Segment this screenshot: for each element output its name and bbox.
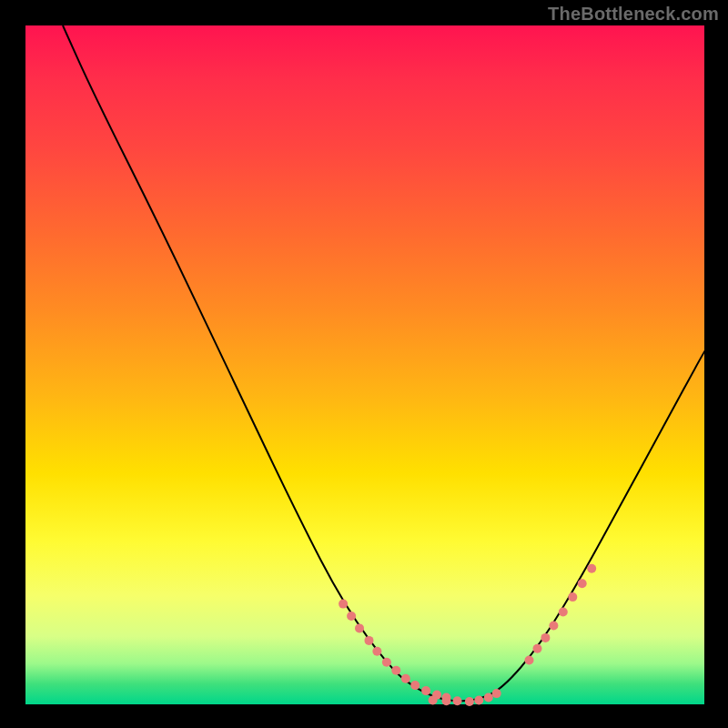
marker-dot — [484, 693, 493, 703]
marker-dot — [339, 600, 348, 609]
marker-dot — [474, 696, 483, 705]
bottleneck-curve — [63, 25, 704, 701]
marker-dot — [587, 564, 596, 573]
marker-dot — [578, 579, 587, 588]
marker-dot — [365, 636, 374, 645]
marker-dot — [355, 623, 364, 632]
chart-frame: TheBottleneck.com — [0, 0, 728, 728]
marker-dot — [442, 696, 451, 705]
marker-dot — [372, 647, 381, 656]
marker-dot — [559, 608, 568, 617]
curve-markers — [339, 564, 596, 706]
marker-dot — [533, 644, 542, 653]
marker-dot — [429, 696, 438, 705]
marker-dot — [347, 612, 356, 621]
marker-dot — [525, 656, 534, 665]
chart-svg — [25, 25, 704, 704]
marker-dot — [541, 633, 550, 642]
marker-dot — [453, 696, 462, 705]
marker-dot — [492, 689, 501, 698]
marker-dot — [410, 681, 420, 690]
watermark-text: TheBottleneck.com — [548, 4, 719, 25]
marker-dot — [568, 592, 577, 602]
marker-dot — [391, 666, 400, 675]
marker-dot — [382, 658, 391, 667]
marker-dot — [421, 686, 430, 695]
marker-dot — [401, 674, 410, 683]
marker-dot — [549, 622, 558, 631]
marker-dot — [465, 697, 474, 706]
